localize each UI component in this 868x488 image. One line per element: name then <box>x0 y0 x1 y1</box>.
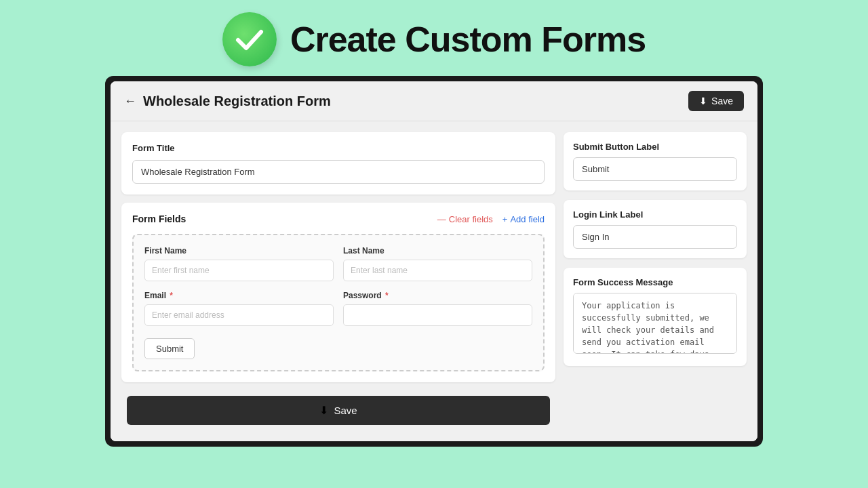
form-title-label: Form Title <box>132 143 545 153</box>
form-title-section: Form Title <box>121 132 555 195</box>
submit-button-label-section: Submit Button Label <box>564 132 747 190</box>
clear-fields-label: Clear fields <box>449 214 493 224</box>
login-link-label-heading: Login Link Label <box>573 209 737 220</box>
first-name-input[interactable] <box>144 260 334 281</box>
first-name-label: First Name <box>144 246 334 256</box>
card-content: Form Title Form Fields — Clear fields <box>111 121 757 441</box>
page-title: Wholesale Registration Form <box>143 94 331 109</box>
email-input[interactable] <box>144 304 334 326</box>
main-card: ← Wholesale Registration Form ⬇ Save For… <box>105 76 763 447</box>
success-message-textarea[interactable] <box>573 293 737 354</box>
minus-icon: — <box>437 214 446 224</box>
last-name-label: Last Name <box>343 246 532 256</box>
email-required-star: * <box>170 291 173 300</box>
add-field-button[interactable]: + Add field <box>502 214 545 224</box>
add-field-label: Add field <box>510 214 545 224</box>
back-arrow-icon[interactable]: ← <box>124 94 136 108</box>
form-fields-header: Form Fields — Clear fields + Add field <box>132 214 545 224</box>
save-button-header[interactable]: ⬇ Save <box>688 91 744 111</box>
bottom-save-icon: ⬇ <box>319 404 328 417</box>
submit-preview-button[interactable]: Submit <box>144 338 195 359</box>
clear-fields-button[interactable]: — Clear fields <box>437 214 493 224</box>
logo-icon <box>222 12 277 66</box>
password-required-star: * <box>385 291 389 300</box>
bottom-save-label: Save <box>334 405 357 416</box>
bottom-save-bar[interactable]: ⬇ Save <box>127 396 550 425</box>
form-title-input[interactable] <box>132 160 545 184</box>
save-label: Save <box>711 96 733 106</box>
submit-button-label-input[interactable] <box>573 157 737 181</box>
success-message-section: Form Success Message <box>564 268 747 366</box>
left-panel: Form Title Form Fields — Clear fields <box>121 132 555 430</box>
email-label: Email * <box>144 291 334 300</box>
card-inner: ← Wholesale Registration Form ⬇ Save For… <box>111 81 757 441</box>
right-panel: Submit Button Label Login Link Label For… <box>564 132 747 430</box>
form-fields-label: Form Fields <box>132 214 186 224</box>
last-name-input[interactable] <box>343 260 532 281</box>
form-row-1: First Name Last Name <box>144 246 532 281</box>
email-group: Email * <box>144 291 334 326</box>
top-banner: Create Custom Forms <box>0 0 868 76</box>
last-name-group: Last Name <box>343 246 532 281</box>
form-fields-actions: — Clear fields + Add field <box>437 214 545 224</box>
password-input[interactable] <box>343 304 532 326</box>
card-header: ← Wholesale Registration Form ⬇ Save <box>111 81 757 121</box>
save-icon: ⬇ <box>699 96 707 106</box>
banner-title: Create Custom Forms <box>290 19 646 60</box>
success-message-heading: Form Success Message <box>573 277 737 287</box>
form-fields-section: Form Fields — Clear fields + Add field <box>121 203 555 382</box>
first-name-group: First Name <box>144 246 334 281</box>
password-group: Password * <box>343 291 532 326</box>
form-row-2: Email * Password * <box>144 291 532 326</box>
submit-button-label-heading: Submit Button Label <box>573 142 737 152</box>
plus-icon: + <box>502 214 508 224</box>
login-link-label-input[interactable] <box>573 225 737 249</box>
login-link-label-section: Login Link Label <box>564 200 747 258</box>
form-preview: First Name Last Name Email * <box>132 234 545 371</box>
header-left: ← Wholesale Registration Form <box>124 94 331 109</box>
password-label: Password * <box>343 291 532 300</box>
